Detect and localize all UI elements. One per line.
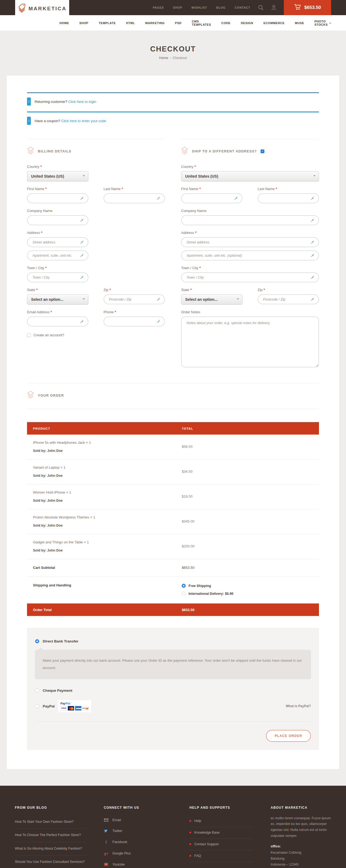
free-shipping-option[interactable]: Free Shipping	[182, 584, 233, 588]
topbar-link-shop[interactable]: SHOP	[173, 6, 182, 9]
nav-marketing[interactable]: MARKETING	[145, 21, 165, 25]
help-link[interactable]: Help	[189, 815, 253, 827]
shipping-first-name-input[interactable]	[182, 194, 242, 203]
nav-template[interactable]: TEMPLATE	[99, 21, 116, 25]
dashlane-icon[interactable]	[156, 297, 161, 303]
place-order-button[interactable]: PLACE ORDER	[266, 730, 311, 742]
topbar-link-wishlist[interactable]: WISHLIST	[192, 6, 207, 9]
create-account-checkbox[interactable]	[27, 333, 31, 337]
tag-logo-icon	[18, 3, 26, 14]
ship-different-address-checkbox[interactable]	[261, 150, 264, 153]
list-item[interactable]: How To Choose The Perfect Fashion Store?	[15, 829, 86, 842]
dashlane-icon[interactable]	[310, 196, 315, 202]
nav-psd[interactable]: PSD	[175, 21, 181, 25]
topbar-link-blog[interactable]: BLOG	[216, 6, 226, 9]
billing-country-select[interactable]: United States (US)	[27, 171, 89, 181]
dashlane-icon[interactable]	[156, 319, 161, 324]
shipping-last-name-input[interactable]	[258, 194, 318, 203]
international-delivery-option[interactable]: International Delivery: $5.90	[182, 592, 233, 596]
billing-email-input[interactable]	[28, 317, 88, 326]
nav-code[interactable]: CODE	[221, 21, 231, 25]
billing-first-name-input[interactable]	[28, 194, 88, 203]
product-qty: × 1	[86, 440, 91, 444]
billing-apartment-input[interactable]	[28, 251, 88, 260]
shipping-company-input[interactable]	[182, 216, 318, 225]
radio-icon[interactable]	[35, 688, 39, 692]
nav-ecommerce[interactable]: ECOMMERCE	[264, 21, 285, 25]
faq-link[interactable]: FAQ	[189, 850, 253, 862]
dashlane-icon[interactable]	[156, 196, 161, 202]
cart-button[interactable]: $653.50	[284, 0, 331, 15]
billing-address-field: Address	[27, 231, 89, 247]
shipping-apartment-input[interactable]	[182, 251, 318, 260]
nav-html[interactable]: HTML	[126, 21, 135, 25]
dashlane-icon[interactable]	[310, 218, 315, 223]
billing-town-input[interactable]	[28, 273, 88, 282]
topbar-link-contact[interactable]: CONTACT	[235, 6, 250, 9]
nav-more-chevron-icon[interactable]: »	[329, 21, 331, 25]
breadcrumb-home[interactable]: Home	[159, 56, 168, 60]
coupon-link[interactable]: Click here to enter your code	[61, 119, 106, 123]
dashlane-icon[interactable]	[80, 218, 84, 223]
dashlane-icon[interactable]	[310, 297, 315, 303]
billing-state-select[interactable]: Select an option...	[27, 294, 89, 305]
paypal-option[interactable]: PayPal PayPal VISA DISCOVER What is PayP…	[35, 700, 311, 712]
order-notes-textarea[interactable]	[181, 316, 319, 367]
radio-icon[interactable]	[182, 592, 186, 596]
knowledge-base-link[interactable]: Knowledge Base	[189, 827, 253, 839]
shipping-street-address-input[interactable]	[182, 238, 318, 247]
dashlane-icon[interactable]	[80, 240, 84, 245]
what-is-paypal-link[interactable]: What is PayPal?	[286, 704, 311, 708]
email-link[interactable]: Email	[104, 815, 172, 826]
contact-support-link[interactable]: Contact Support	[189, 839, 253, 850]
dashlane-icon[interactable]	[310, 240, 315, 245]
login-link[interactable]: Click here to login	[68, 100, 96, 104]
dashlane-icon[interactable]	[80, 253, 84, 258]
product-qty: × 1	[61, 465, 65, 469]
search-icon[interactable]	[258, 5, 264, 10]
shipping-zip-input[interactable]	[258, 295, 318, 304]
nav-design[interactable]: DESIGN	[241, 21, 253, 25]
billing-phone-input[interactable]	[104, 317, 164, 326]
billing-company-input[interactable]	[28, 216, 88, 225]
nav-muse[interactable]: MUSE	[295, 21, 304, 25]
logo[interactable]: MARKETICA	[15, 0, 69, 17]
billing-street-address-input[interactable]	[28, 238, 88, 247]
logo-text: MARKETICA	[29, 6, 67, 12]
topbar-link-pages[interactable]: PAGES	[153, 6, 164, 9]
dashlane-icon[interactable]	[310, 253, 315, 258]
dashlane-icon[interactable]	[234, 196, 239, 202]
product-total: $56.00	[182, 444, 193, 448]
facebook-label: Facebook	[112, 840, 127, 844]
nav-home[interactable]: HOME	[60, 21, 69, 25]
shipping-town-input[interactable]	[182, 273, 318, 282]
nav-shop[interactable]: SHOP	[79, 21, 89, 25]
radio-selected-icon[interactable]	[182, 584, 186, 588]
dashlane-icon[interactable]	[80, 275, 84, 280]
returning-customer-notice: i Returning customer? Click here to logi…	[27, 92, 319, 112]
bank-transfer-option[interactable]: Direct Bank Transfer	[35, 638, 311, 645]
cheque-payment-option[interactable]: Cheque Payment	[35, 687, 311, 694]
dashlane-icon[interactable]	[80, 319, 84, 324]
facebook-link[interactable]: f Facebook	[104, 837, 172, 849]
radio-selected-icon[interactable]	[35, 639, 39, 643]
radio-icon[interactable]	[35, 704, 39, 708]
google-plus-link[interactable]: g+ Google Plus	[104, 849, 172, 860]
dashlane-icon[interactable]	[80, 196, 84, 202]
user-icon[interactable]	[271, 5, 277, 10]
billing-last-name-input[interactable]	[104, 194, 164, 203]
nav-photo-stocks[interactable]: PHOTO STOCKS	[314, 20, 329, 26]
subtotal-value: $653.50	[182, 565, 194, 570]
list-item[interactable]: Should You Use Fashion Consultant Servic…	[15, 856, 86, 868]
billing-zip-input[interactable]	[104, 295, 164, 304]
list-item[interactable]: How To Start Your Own Fashion Store?	[15, 815, 86, 829]
shipping-country-select[interactable]: United States (US)	[181, 171, 319, 181]
twitter-link[interactable]: Twitter	[104, 826, 172, 837]
billing-company-field: Company Name	[27, 209, 89, 225]
shipping-state-select[interactable]: Select an option...	[181, 294, 242, 305]
nav-cms-templates[interactable]: CMS TEMPLATES	[192, 20, 211, 26]
coupon-text: Have a coupon?	[35, 119, 60, 123]
dashlane-icon[interactable]	[310, 275, 315, 280]
youtube-link[interactable]: Youtube	[104, 860, 172, 868]
list-item[interactable]: What Is So Alluring About Celebrity Fash…	[15, 842, 86, 856]
